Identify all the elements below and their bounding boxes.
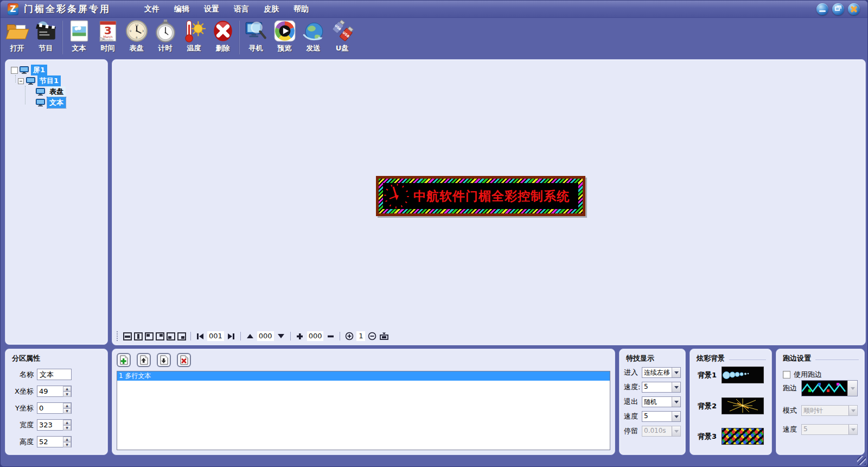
close-button[interactable] [848,3,860,15]
canvas-toolbar: 001 000 000 1 [117,330,389,343]
stay-time-select: 0.010s [642,426,681,437]
tree-item-screen1[interactable]: 屏1 [11,65,107,75]
content-list-panel: 1 多行文本 [112,349,615,455]
fit-screen-button[interactable] [379,331,389,341]
window-resize-grip[interactable] [857,456,866,465]
preview-button[interactable]: 预览 [270,19,299,56]
menu-file[interactable]: 文件 [144,4,159,14]
minimize-button[interactable] [816,3,828,15]
minimize-icon [819,10,826,12]
align-center-vertical-button[interactable] [134,332,143,340]
content-list[interactable]: 1 多行文本 [117,371,610,450]
usb-icon: USB USB [330,19,354,43]
width-spinner[interactable]: ▲▼ [63,420,71,430]
enter-speed-label: 速度: [624,382,642,392]
move-up-button[interactable] [245,331,255,341]
height-input[interactable] [37,437,63,447]
dropdown-arrow-icon[interactable] [672,397,680,407]
restore-button[interactable] [832,3,844,15]
decrease-button[interactable] [326,331,335,341]
partition-panel-title: 分区属性 [12,354,40,363]
align-bottom-right-button[interactable] [177,332,186,340]
line-number-field[interactable]: 000 [257,331,274,341]
background3-thumbnail[interactable] [722,428,764,445]
y-spinner[interactable]: ▲▼ [63,403,71,413]
x-coordinate-label: X坐标 [10,387,34,396]
y-coordinate-input[interactable] [37,403,63,413]
dial-button[interactable]: 12 3 6 9 表盘 [122,19,151,56]
list-item-selected[interactable]: 1 多行文本 [117,371,610,381]
align-top-left-button[interactable] [145,332,154,340]
open-button[interactable]: 打开 [3,19,31,56]
program-clapper-icon [34,19,58,43]
tree-item-program1[interactable]: 节目1 [18,75,107,86]
dropdown-arrow-icon[interactable] [672,412,680,421]
exit-speed-label: 速度 [624,412,642,421]
width-input[interactable] [37,420,63,430]
program-button[interactable]: 节目 [31,19,60,56]
delete-item-button[interactable] [177,353,191,367]
dropdown-arrow-icon[interactable] [672,368,680,377]
exit-effect-select[interactable]: 随机 [642,396,681,407]
menu-help[interactable]: 帮助 [293,4,309,14]
delete-icon [211,19,235,43]
move-item-up-button[interactable] [137,353,151,367]
height-spinner[interactable]: ▲▼ [63,437,71,447]
tree-item-text[interactable]: 文本 [36,97,107,108]
add-item-button[interactable] [117,353,131,367]
usb-button[interactable]: USB USB U盘 [328,19,356,56]
menu-language[interactable]: 语言 [234,4,249,14]
background1-thumbnail[interactable] [722,367,764,383]
clock-dial-icon: 12 3 6 9 [125,19,149,43]
zoom-value: 1 [356,331,365,341]
name-label: 名称 [10,370,34,380]
enter-speed-select[interactable]: 5 [642,382,681,393]
exit-effect-label: 退出 [624,397,642,407]
move-down-button[interactable] [276,331,286,341]
count-field[interactable]: 000 [307,331,324,341]
last-page-button[interactable] [226,331,236,341]
increase-button[interactable] [295,331,305,341]
time-button[interactable]: 3 March Monday 时间 [93,19,122,56]
toolbar-grip[interactable] [117,331,119,341]
zoom-out-button[interactable] [367,331,377,341]
menu-edit[interactable]: 编辑 [174,4,189,14]
first-page-button[interactable] [195,331,205,341]
width-label: 宽度 [10,420,34,430]
delete-button[interactable]: 删除 [208,19,237,56]
use-border-checkbox[interactable] [783,371,790,378]
led-display-preview[interactable]: 中航软件门楣全彩控制系统 [376,176,585,216]
collapse-expander-icon[interactable] [18,78,24,84]
background2-thumbnail[interactable] [722,397,764,414]
preview-icon [273,19,297,43]
text-button[interactable]: 文本 [65,19,93,56]
zoom-in-button[interactable] [344,331,354,341]
align-center-horizontal-button[interactable] [123,332,132,340]
tree-checkbox[interactable] [11,67,18,74]
exit-speed-select[interactable]: 5 [642,411,681,422]
temperature-button[interactable]: 温度 [180,19,208,56]
dropdown-arrow-icon[interactable] [847,381,857,396]
dropdown-arrow-icon[interactable] [672,382,680,392]
align-bottom-left-button[interactable] [167,332,175,340]
name-input[interactable] [37,369,72,380]
menu-skin[interactable]: 皮肤 [264,4,279,14]
x-spinner[interactable]: ▲▼ [63,386,71,396]
dropdown-arrow-icon [672,426,680,436]
enter-effect-select[interactable]: 连续左移 [642,367,681,378]
editing-canvas[interactable]: 中航软件门楣全彩控制系统 001 000 [112,59,866,345]
find-device-icon [244,19,268,43]
find-device-button[interactable]: 寻机 [241,19,270,56]
send-button[interactable]: 发送 [299,19,328,56]
align-top-right-button[interactable] [156,332,164,340]
menu-settings[interactable]: 设置 [204,4,219,14]
tree-item-dial[interactable]: 表盘 [36,86,107,97]
border-speed-label: 速度 [783,425,801,434]
page-number-field[interactable]: 001 [207,331,224,341]
border-pattern-select[interactable] [801,380,858,396]
partition-properties-panel: 分区属性 名称 X坐标 ▲▼ Y坐标 ▲▼ 宽度 ▲▼ 高度 ▲▼ [5,349,108,455]
move-item-down-button[interactable] [157,353,171,367]
timer-button[interactable]: 计时 [151,19,180,56]
x-coordinate-input[interactable] [37,386,63,396]
calendar-icon: 3 March Monday [96,19,120,43]
